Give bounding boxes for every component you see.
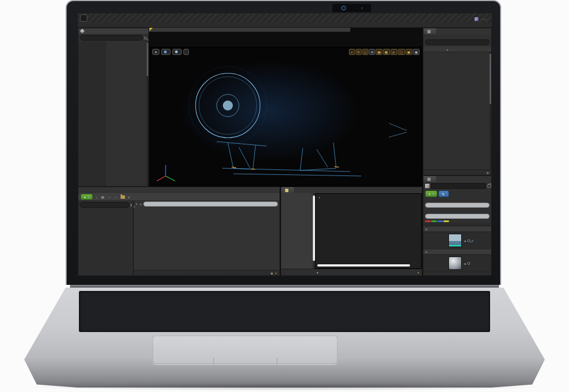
forward-arrow-icon[interactable]: → [114, 195, 118, 199]
translate-tool-icon[interactable]: + [349, 49, 355, 55]
mobility-row [423, 223, 491, 227]
search-paths-row [78, 201, 133, 209]
static-mesh-row: ◄↺ [423, 232, 491, 249]
outliner-column-header[interactable] [423, 47, 491, 52]
content-browser-body [78, 201, 279, 275]
scale-tool-icon[interactable]: ▢ [362, 49, 369, 55]
viewport-options-button[interactable]: ▾ [152, 49, 159, 55]
assets-area [134, 201, 279, 275]
search-components-row [423, 198, 491, 209]
message-log-panel [281, 187, 422, 276]
floor-thumbnail[interactable] [448, 234, 462, 247]
search-assets-input[interactable] [143, 202, 278, 207]
viewport-transform-toolbar: + ↻ ▢ ⊕ ▦ ▦ ∠ ▢ ▣ ▣ [349, 49, 420, 55]
materials-section-header[interactable] [423, 249, 491, 255]
details-tab-row [423, 176, 491, 182]
grid-snap-button[interactable]: ▦ [383, 49, 390, 55]
search-icon [131, 204, 132, 207]
add-new-button[interactable] [81, 194, 93, 200]
world-local-toggle-icon[interactable]: ⊕ [369, 49, 375, 55]
back-arrow-icon[interactable]: ← [108, 195, 112, 199]
maximize-viewport-icon[interactable]: ▣ [413, 49, 420, 55]
place-actors-body [78, 42, 148, 186]
laptop-touchpad [152, 335, 338, 364]
search-components-input[interactable] [425, 203, 490, 208]
details-tab[interactable] [423, 176, 436, 182]
perspective-icon [164, 51, 167, 53]
find-icon[interactable] [467, 262, 470, 265]
rotate-tool-icon[interactable]: ↻ [356, 49, 362, 55]
level-viewport[interactable]: ▾ + ↻ ▢ ⊕ ▦ ▦ ∠ ▢ ▣ ▣ [149, 47, 422, 187]
material-sphere-thumbnail[interactable] [448, 257, 462, 270]
asset-mini-icons: ◄ [463, 262, 470, 265]
camera-speed-button[interactable]: ▣ [406, 49, 413, 55]
place-actors-search-row [78, 34, 148, 42]
map-status-label[interactable] [417, 271, 419, 274]
scale-snap-button[interactable]: ▢ [398, 49, 405, 55]
message-hscrollbar[interactable] [317, 264, 410, 267]
touchpad-divider [213, 358, 214, 364]
lit-icon [175, 51, 178, 53]
browse-to-icon[interactable]: ◄ [463, 239, 466, 243]
view-filter-eye-icon[interactable] [486, 171, 489, 174]
chip-green [431, 220, 437, 222]
message-log-body [281, 193, 422, 269]
save-all-button[interactable] [101, 195, 106, 199]
perspective-button[interactable] [161, 49, 171, 55]
filters-button[interactable] [136, 203, 141, 206]
details-buttons-row [423, 190, 491, 198]
find-icon[interactable] [467, 239, 470, 242]
world-outliner-tab-row [423, 28, 491, 34]
map-check-message [316, 194, 421, 202]
lock-icon[interactable] [487, 184, 491, 188]
asset-tiles [134, 207, 279, 270]
world-outliner-panel [423, 28, 492, 175]
chip-yellow [443, 220, 449, 222]
chip-red [425, 220, 431, 222]
history-nav: ←→ [108, 195, 118, 199]
message-log-tab-row [281, 187, 422, 193]
viewport-mode-buttons: ▾ [152, 49, 189, 55]
viewport-glow [150, 47, 422, 186]
place-actors-scrollbar[interactable] [147, 42, 148, 186]
outliner-search-input[interactable] [425, 39, 490, 45]
asset-mini-icons: ◄↺ [463, 239, 473, 243]
show-filter-button[interactable] [316, 271, 318, 274]
unreal-logo-icon [80, 14, 87, 22]
search-details-input[interactable] [425, 214, 490, 219]
filter-row [134, 201, 279, 207]
menu-bar [78, 22, 492, 28]
blueprint-button[interactable] [438, 190, 449, 197]
place-actors-panel [78, 28, 149, 187]
webcam-lens [341, 6, 346, 11]
place-actors-icon [80, 29, 84, 33]
folder-icon [121, 195, 125, 199]
lit-button[interactable] [172, 49, 182, 55]
add-component-button[interactable] [425, 190, 437, 197]
message-log-tab[interactable] [281, 187, 294, 193]
place-actors-header [78, 28, 148, 34]
log-message-area [315, 193, 422, 269]
world-outliner-tab[interactable] [423, 28, 436, 34]
dropdown-caret-icon [140, 203, 142, 206]
rotation-snap-button[interactable]: ∠ [391, 49, 397, 55]
search-classes-input[interactable] [80, 35, 143, 41]
show-button[interactable] [183, 49, 189, 55]
outliner-scrollbar[interactable] [490, 52, 491, 169]
search-details-row [423, 209, 491, 220]
place-actors-categories [78, 42, 106, 186]
search-icon [144, 37, 147, 39]
details-icon [427, 178, 431, 181]
material-element-row: ◄ [423, 255, 491, 272]
import-button[interactable] [96, 195, 98, 199]
outliner-icon [427, 30, 431, 33]
surface-snap-icon[interactable]: ▦ [376, 49, 382, 55]
path-breadcrumb[interactable] [121, 195, 130, 199]
actor-name-row [423, 182, 491, 190]
view-options-button[interactable] [271, 272, 277, 275]
editor-tabs [89, 13, 475, 22]
actor-name-input[interactable] [431, 183, 486, 189]
static-mesh-section-header[interactable] [423, 227, 491, 232]
search-paths-input[interactable] [79, 202, 129, 208]
browse-to-icon[interactable]: ◄ [463, 262, 466, 265]
